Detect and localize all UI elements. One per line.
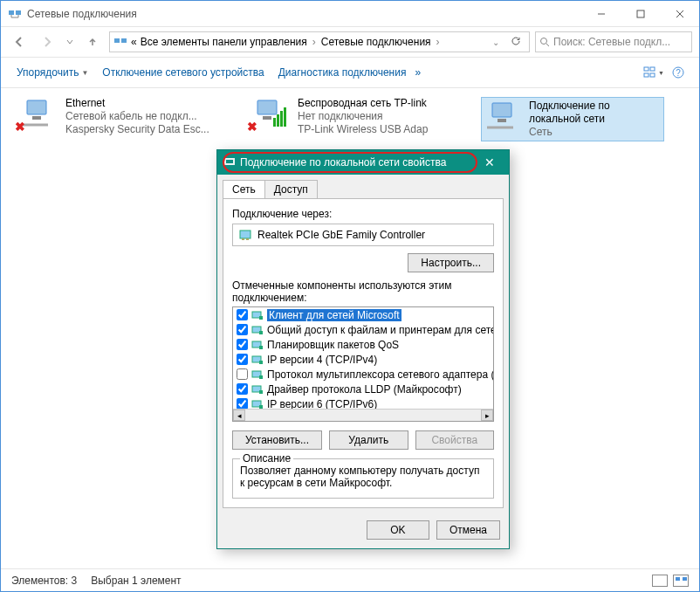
tab-access[interactable]: Доступ (264, 180, 318, 198)
folder-icon (113, 35, 127, 49)
component-checkbox[interactable] (237, 354, 248, 365)
connection-adapter: Kaspersky Security Data Esc... (65, 123, 209, 136)
svg-rect-6 (114, 38, 120, 43)
component-row[interactable]: Драйвер протокола LLDP (Майкрософт) (233, 382, 493, 396)
components-list[interactable]: Клиент для сетей MicrosoftОбщий доступ к… (232, 306, 494, 422)
horizontal-scrollbar[interactable]: ◂ ▸ (233, 409, 493, 421)
adapter-icon (223, 155, 237, 169)
disable-device-button[interactable]: Отключение сетевого устройства (97, 63, 269, 82)
dialog-close-button[interactable]: ✕ (476, 155, 504, 169)
connection-title: Ethernet (65, 97, 209, 110)
nav-back-button[interactable] (8, 31, 31, 53)
window-controls (581, 1, 699, 26)
ok-button[interactable]: OK (367, 520, 429, 540)
svg-rect-11 (650, 67, 655, 71)
component-row[interactable]: Планировщик пакетов QoS (233, 337, 493, 352)
connection-adapter: TP-Link Wireless USB Adap (298, 123, 428, 136)
description-text: Позволяет данному компьютеру получать до… (240, 465, 486, 489)
component-checkbox[interactable] (237, 368, 248, 380)
component-icon (251, 384, 264, 395)
connection-item-ethernet[interactable]: ✖ Ethernet Сетевой кабель не подкл... Ka… (17, 97, 226, 136)
component-label: Протокол мультиплексора сетевого адаптер… (267, 368, 493, 381)
nic-icon (238, 228, 252, 242)
nav-up-button[interactable] (81, 31, 104, 53)
connection-status: Сетевой кабель не подкл... (65, 110, 209, 123)
svg-rect-19 (263, 116, 271, 120)
svg-rect-0 (9, 10, 14, 15)
connection-item-lan[interactable]: Подключение по локальной сети Сеть (481, 97, 664, 141)
dialog-titlebar[interactable]: Подключение по локальной сети свойства ✕ (217, 150, 509, 175)
svg-rect-16 (27, 100, 46, 114)
svg-rect-12 (644, 73, 649, 77)
component-row[interactable]: Протокол мультиплексора сетевого адаптер… (233, 367, 493, 382)
titlebar: Сетевые подключения (1, 1, 699, 27)
close-button[interactable] (660, 1, 699, 26)
cancel-button[interactable]: Отмена (436, 520, 500, 540)
diagnose-button[interactable]: Диагностика подключения (273, 63, 412, 82)
nav-forward-button[interactable] (36, 31, 58, 53)
svg-line-9 (546, 44, 549, 46)
svg-rect-40 (259, 375, 263, 379)
connection-item-wifi[interactable]: ✖ Беспроводная сеть TP-link Нет подключе… (249, 97, 458, 136)
component-icon (251, 310, 264, 320)
configure-button[interactable]: Настроить... (408, 253, 494, 272)
component-row[interactable]: Клиент для сетей Microsoft (233, 307, 493, 322)
minimize-button[interactable] (581, 1, 621, 26)
error-x-icon: ✖ (15, 120, 25, 134)
component-icon (251, 325, 264, 335)
toolbar: Упорядочить▼ Отключение сетевого устройс… (1, 57, 699, 88)
address-dropdown[interactable]: ⌄ (489, 38, 503, 47)
component-row[interactable]: Общий доступ к файлам и принтерам для се… (233, 322, 493, 337)
svg-rect-44 (259, 405, 263, 409)
error-x-icon: ✖ (247, 120, 257, 134)
svg-rect-13 (650, 73, 655, 77)
component-icon (251, 369, 264, 380)
svg-rect-3 (637, 10, 644, 17)
help-button[interactable]: ? (668, 62, 689, 83)
component-row[interactable]: IP версии 4 (TCP/IPv4) (233, 352, 493, 367)
view-details-icon[interactable] (652, 575, 668, 587)
remove-button[interactable]: Удалить (329, 430, 408, 450)
search-placeholder: Поиск: Сетевые подкл... (553, 36, 670, 48)
tab-body-network: Подключение через: Realtek PCIe GbE Fami… (223, 198, 504, 508)
refresh-button[interactable] (506, 36, 525, 49)
organize-menu[interactable]: Упорядочить▼ (11, 63, 93, 82)
breadcrumb-seg-1[interactable]: Все элементы панели управления (141, 36, 307, 48)
install-button[interactable]: Установить... (232, 430, 322, 450)
chevron-down-icon: ▼ (81, 69, 88, 77)
description-group: Описание Позволяет данному компьютеру по… (232, 458, 494, 499)
toolbar-overflow[interactable]: » (415, 66, 421, 79)
connect-via-label: Подключение через: (232, 208, 494, 220)
search-input[interactable]: Поиск: Сетевые подкл... (535, 31, 692, 52)
component-checkbox[interactable] (237, 309, 248, 320)
scroll-right[interactable]: ▸ (481, 410, 493, 421)
view-tiles-icon[interactable] (673, 575, 689, 587)
connection-status: Сеть (529, 126, 662, 139)
breadcrumb[interactable]: « Все элементы панели управления › Сетев… (109, 31, 530, 52)
status-selected: Выбран 1 элемент (91, 575, 181, 587)
component-checkbox[interactable] (237, 383, 248, 395)
search-icon (539, 37, 550, 47)
nav-history-dropdown[interactable] (64, 31, 76, 53)
properties-dialog: Подключение по локальной сети свойства ✕… (216, 149, 510, 549)
svg-rect-27 (226, 160, 233, 163)
components-label: Отмеченные компоненты используются этим … (232, 279, 494, 304)
component-checkbox[interactable] (237, 339, 248, 350)
svg-rect-32 (259, 316, 263, 320)
chevron-right-icon: › (311, 36, 318, 48)
properties-button[interactable]: Свойства (415, 430, 495, 450)
view-dropdown[interactable]: ▼ (643, 62, 664, 83)
status-count: Элементов: 3 (11, 575, 77, 587)
content-area: ✖ Ethernet Сетевой кабель не подкл... Ka… (1, 88, 699, 150)
dialog-footer: OK Отмена (217, 513, 509, 548)
svg-rect-7 (121, 38, 127, 43)
tab-network[interactable]: Сеть (223, 180, 265, 198)
svg-rect-34 (259, 331, 263, 334)
svg-rect-24 (492, 103, 511, 117)
breadcrumb-seg-2[interactable]: Сетевые подключения (321, 36, 431, 48)
breadcrumb-back[interactable]: « (131, 36, 137, 48)
maximize-button[interactable] (621, 1, 660, 26)
component-checkbox[interactable] (237, 324, 248, 335)
component-icon (251, 340, 264, 350)
scroll-left[interactable]: ◂ (233, 410, 245, 421)
